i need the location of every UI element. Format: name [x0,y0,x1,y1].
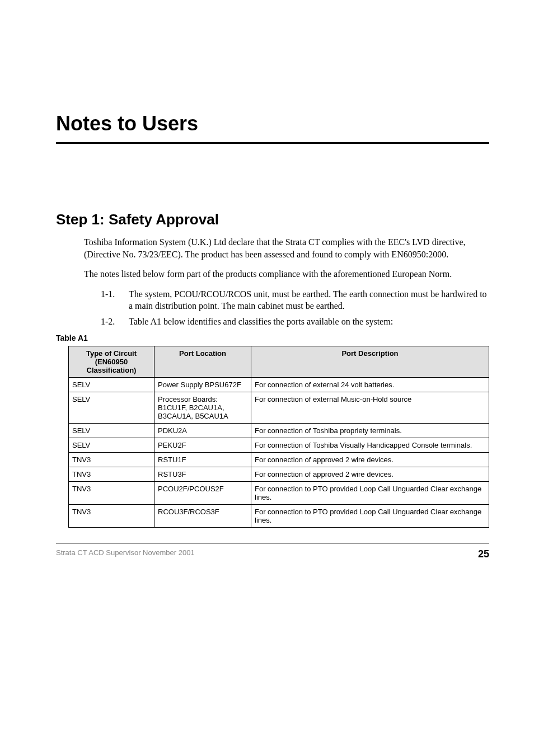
table-cell: Processor Boards: B1CU1F, B2CAU1A, B3CAU… [154,392,251,423]
table-cell: TNV3 [69,467,154,481]
title-rule [56,142,489,144]
list-item: 1-2. Table A1 below identifies and class… [56,316,489,328]
table-cell: For connection of external 24 volt batte… [251,377,489,392]
body-paragraph-2: The notes listed below form part of the … [84,268,489,280]
table-cell: TNV3 [69,504,154,527]
table-cell: For connection of Toshiba propriety term… [251,423,489,438]
page-footer: Strata CT ACD Supervisor November 2001 2… [56,548,489,560]
table-row: TNV3 RCOU3F/RCOS3F For connection to PTO… [69,504,489,527]
table-cell: SELV [69,438,154,452]
table-cell: SELV [69,392,154,423]
table-row: TNV3 RSTU3F For connection of approved 2… [69,467,489,481]
table-cell: RSTU1F [154,452,251,467]
table-cell: PEKU2F [154,438,251,452]
list-item: 1-1. The system, PCOU/RCOU/RCOS unit, mu… [56,288,489,312]
table-cell: For connection to PTO provided Loop Call… [251,481,489,504]
table-cell: TNV3 [69,452,154,467]
list-number: 1-2. [56,316,129,328]
table-header: Port Location [154,346,251,377]
table-cell: PDKU2A [154,423,251,438]
section-title: Step 1: Safety Approval [56,211,489,228]
table-row: SELV PDKU2A For connection of Toshiba pr… [69,423,489,438]
list-number: 1-1. [56,288,129,312]
table-row: SELV Power Supply BPSU672F For connectio… [69,377,489,392]
table-label: Table A1 [56,334,489,342]
table-cell: SELV [69,377,154,392]
table-cell: Power Supply BPSU672F [154,377,251,392]
table-cell: TNV3 [69,481,154,504]
footer-text: Strata CT ACD Supervisor November 2001 [56,548,195,560]
table-cell: For connection to PTO provided Loop Call… [251,504,489,527]
main-title: Notes to Users [56,112,489,135]
list-text: The system, PCOU/RCOU/RCOS unit, must be… [129,288,489,312]
table-cell: RCOU3F/RCOS3F [154,504,251,527]
table-row: SELV PEKU2F For connection of Toshiba Vi… [69,438,489,452]
table-row: SELV Processor Boards: B1CU1F, B2CAU1A, … [69,392,489,423]
table-cell: For connection of external Music-on-Hold… [251,392,489,423]
table-cell: RSTU3F [154,467,251,481]
page: Notes to Users Step 1: Safety Approval T… [0,0,534,756]
table-cell: For connection of Toshiba Visually Handi… [251,438,489,452]
table-cell: SELV [69,423,154,438]
table-header-row: Type of Circuit (EN60950 Classification)… [69,346,489,377]
page-number: 25 [478,548,489,560]
ports-table: Type of Circuit (EN60950 Classification)… [68,346,489,528]
list-text: Table A1 below identifies and classifies… [129,316,489,328]
footer-rule [56,543,489,544]
table-header: Type of Circuit (EN60950 Classification) [69,346,154,377]
table-row: TNV3 PCOU2F/PCOUS2F For connection to PT… [69,481,489,504]
table-row: TNV3 RSTU1F For connection of approved 2… [69,452,489,467]
body-paragraph-1: Toshiba Information System (U.K.) Ltd de… [84,236,489,260]
table-cell: For connection of approved 2 wire device… [251,452,489,467]
table-header: Port Description [251,346,489,377]
table-cell: For connection of approved 2 wire device… [251,467,489,481]
table-cell: PCOU2F/PCOUS2F [154,481,251,504]
